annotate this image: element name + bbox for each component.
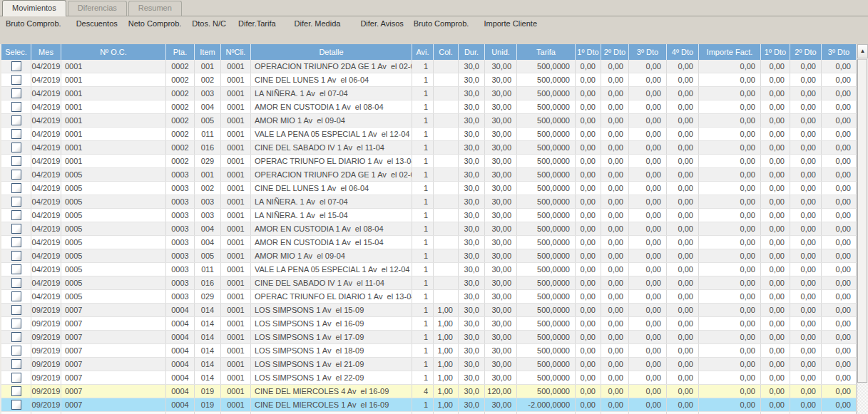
cell-dto1: 0,00 xyxy=(576,263,601,276)
cell-unid: 30,00 xyxy=(485,195,517,208)
scrollbar-track[interactable] xyxy=(857,383,868,414)
cell-dto2-cliente: 0,00 xyxy=(790,155,822,167)
column-header-dur[interactable]: Dur. xyxy=(459,44,485,60)
column-header-avi[interactable]: Avi. xyxy=(412,44,434,60)
row-checkbox[interactable] xyxy=(11,102,21,112)
table-row[interactable]: 09/2019000700040190001CINE DEL MIERCOLES… xyxy=(1,385,857,398)
column-header-dto3-cliente[interactable]: 3º Dto xyxy=(822,44,857,60)
column-header-dto4[interactable]: 4º Dto xyxy=(667,44,699,60)
table-row[interactable]: 04/2019000100020040001AMOR EN CUSTODIA 1… xyxy=(1,100,857,114)
table-row[interactable]: 04/2019000100020290001OPERAC TRIUNFO EL … xyxy=(1,155,857,168)
summary-label-neto-comprob: Neto Comprob. xyxy=(128,19,182,28)
cell-importe-fact: 0,00 xyxy=(699,398,761,411)
row-checkbox[interactable] xyxy=(11,251,21,261)
row-checkbox[interactable] xyxy=(11,129,21,139)
column-header-ncli[interactable]: NºCli. xyxy=(221,44,251,60)
column-header-dto2-cliente[interactable]: 2º Dto xyxy=(790,44,822,60)
column-header-detalle[interactable]: Detalle xyxy=(251,44,412,60)
table-row[interactable]: 04/2019000500030030001LA NIÑERA. 1 Av el… xyxy=(1,195,857,209)
cell-mes: 04/2019 xyxy=(31,155,61,167)
table-row[interactable]: 04/2019000100020030001LA NIÑERA. 1 Av el… xyxy=(1,87,857,100)
cell-dto2: 0,00 xyxy=(601,141,629,154)
row-checkbox[interactable] xyxy=(11,264,21,274)
row-checkbox[interactable] xyxy=(11,61,21,71)
row-checkbox[interactable] xyxy=(11,386,21,396)
table-row[interactable]: 09/2019000700040190001CINE DEL MIERCOLES… xyxy=(1,398,857,412)
column-header-dto2[interactable]: 2º Dto xyxy=(601,44,629,60)
row-checkbox[interactable] xyxy=(11,197,21,207)
cell-dto2: 0,00 xyxy=(601,344,629,357)
row-checkbox[interactable] xyxy=(11,143,21,152)
cell-dto1-cliente: 0,00 xyxy=(761,195,790,208)
row-checkbox[interactable] xyxy=(11,224,21,234)
row-checkbox[interactable] xyxy=(11,346,21,356)
cell-dur: 30,0 xyxy=(459,276,485,289)
column-header-importe-fact[interactable]: Importe Fact. xyxy=(699,44,761,60)
cell-importe-fact: 0,00 xyxy=(699,128,761,140)
table-row[interactable]: 09/2019000700040140001LOS SIMPSONS 1 Av … xyxy=(1,371,857,385)
column-header-mes[interactable]: Mes xyxy=(31,44,61,60)
table-row[interactable]: 04/2019000500030110001VALE LA PENA 05 ES… xyxy=(1,263,857,276)
scrollbar-thumb[interactable] xyxy=(857,59,867,383)
cell-dto3: 0,00 xyxy=(629,141,667,154)
column-header-unid[interactable]: Unid. xyxy=(485,44,517,60)
table-row[interactable]: 04/2019000100020010001OPERACION TRIUNFO … xyxy=(1,60,857,73)
row-checkbox[interactable] xyxy=(11,88,21,98)
table-row[interactable]: 04/2019000500030010001OPERACION TRIUNFO … xyxy=(1,168,857,182)
table-row[interactable]: 04/2019000500030020001CINE DEL LUNES 1 A… xyxy=(1,182,857,195)
tab-resumen[interactable]: Resumen xyxy=(128,1,182,16)
table-row[interactable]: 04/2019000100020050001AMOR MIO 1 Av el 0… xyxy=(1,114,857,128)
column-header-pta[interactable]: Pta. xyxy=(166,44,195,60)
vertical-scrollbar[interactable]: ▲ xyxy=(857,44,868,414)
column-header-dto1[interactable]: 1º Dto xyxy=(576,44,601,60)
row-checkbox[interactable] xyxy=(11,400,21,410)
table-row[interactable]: 04/2019000500030290001OPERAC TRIUNFO EL … xyxy=(1,290,857,304)
tab-movimientos[interactable]: Movimientos xyxy=(2,0,66,16)
column-header-col[interactable]: Col. xyxy=(434,44,459,60)
row-checkbox[interactable] xyxy=(11,319,21,328)
row-checkbox[interactable] xyxy=(11,75,21,85)
table-row[interactable]: 04/2019000500030040001AMOR EN CUSTODIA 1… xyxy=(1,222,857,236)
row-checkbox[interactable] xyxy=(11,305,21,315)
cell-dur: 30,0 xyxy=(459,317,485,330)
cell-dto2-cliente: 0,00 xyxy=(790,209,822,222)
column-header-item[interactable]: Item xyxy=(195,44,221,60)
row-checkbox[interactable] xyxy=(11,332,21,342)
cell-tarifa: 500,0000 xyxy=(517,358,576,371)
row-checkbox[interactable] xyxy=(11,170,21,180)
row-checkbox[interactable] xyxy=(11,237,21,247)
cell-mes: 09/2019 xyxy=(31,304,61,316)
tab-diferencias[interactable]: Diferencias xyxy=(68,1,127,16)
cell-dto3: 0,00 xyxy=(629,249,667,262)
table-row[interactable]: 04/2019000500030030001LA NIÑERA. 1 Av el… xyxy=(1,209,857,222)
scroll-up-button[interactable]: ▲ xyxy=(857,44,868,58)
column-header-tarifa[interactable]: Tarifa xyxy=(517,44,576,60)
table-row[interactable]: 09/2019000700040140001LOS SIMPSONS 1 Av … xyxy=(1,344,857,358)
table-row[interactable]: 04/2019000500030160001CINE DEL SABADO IV… xyxy=(1,276,857,290)
table-row[interactable]: 04/2019000500030040001AMOR EN CUSTODIA 1… xyxy=(1,236,857,249)
row-checkbox[interactable] xyxy=(11,373,21,383)
column-header-oc[interactable]: Nº O.C. xyxy=(61,44,166,60)
table-row[interactable]: 04/2019000100020020001CINE DEL LUNES 1 A… xyxy=(1,73,857,87)
row-checkbox[interactable] xyxy=(11,210,21,220)
row-checkbox[interactable] xyxy=(11,115,21,125)
column-header-dto1-cliente[interactable]: 1º Dto xyxy=(761,44,790,60)
cell-detalle: AMOR EN CUSTODIA 1 Av el 15-04 xyxy=(251,236,412,249)
table-row[interactable]: 09/2019000700040140001LOS SIMPSONS 1 Av … xyxy=(1,358,857,371)
column-header-dto3[interactable]: 3º Dto xyxy=(629,44,667,60)
row-checkbox[interactable] xyxy=(11,359,21,369)
cell-detalle: OPERACION TRIUNFO 2DA GE 1 Av el 02-04 xyxy=(251,60,412,73)
table-row[interactable]: 04/2019000500030050001AMOR MIO 1 Av el 0… xyxy=(1,249,857,263)
row-checkbox[interactable] xyxy=(11,291,21,301)
row-checkbox[interactable] xyxy=(11,278,21,288)
table-row[interactable]: 09/2019000700040140001LOS SIMPSONS 1 Av … xyxy=(1,304,857,317)
column-header-selec[interactable]: Selec. xyxy=(1,44,31,60)
table-row[interactable]: 04/2019000100020110001VALE LA PENA 05 ES… xyxy=(1,128,857,141)
cell-dto3-cliente: 0,00 xyxy=(822,100,857,113)
table-row[interactable]: 09/2019000700040140001LOS SIMPSONS 1 Av … xyxy=(1,331,857,344)
row-checkbox[interactable] xyxy=(11,183,21,193)
row-checkbox[interactable] xyxy=(11,156,21,166)
cell-dto3-cliente: 0,00 xyxy=(822,73,857,86)
table-row[interactable]: 09/2019000700040140001LOS SIMPSONS 1 Av … xyxy=(1,317,857,331)
table-row[interactable]: 04/2019000100020160001CINE DEL SABADO IV… xyxy=(1,141,857,155)
